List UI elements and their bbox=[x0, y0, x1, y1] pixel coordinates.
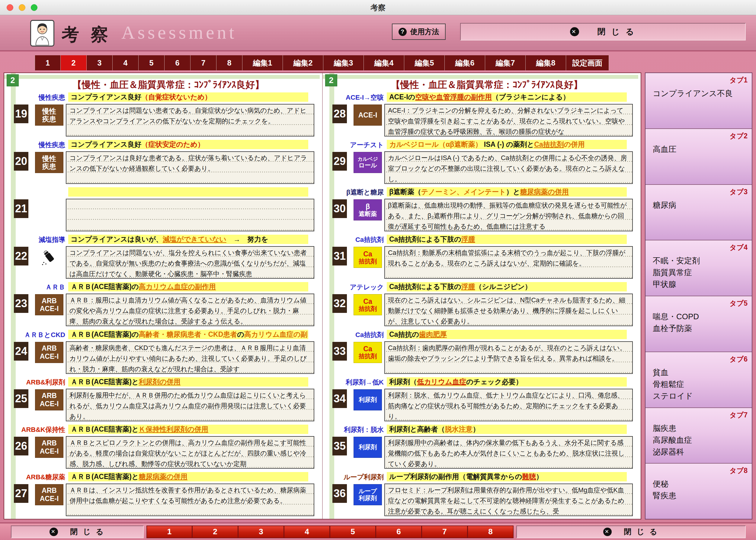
close-window-button[interactable] bbox=[7, 4, 13, 11]
sidebar-tab-label: 高血圧 bbox=[653, 143, 748, 155]
sidebar-tab-タブ4[interactable]: タブ4不眠・安定剤脂質異常症甲状腺 bbox=[645, 240, 752, 296]
tab-6[interactable]: 6 bbox=[164, 55, 190, 70]
footer-close-button-right[interactable]: ✕ 閉 じ る bbox=[516, 525, 746, 538]
row-title-field[interactable]: ＡＲＢ(ACE阻害薬)と糖尿病薬の併用 bbox=[68, 472, 308, 481]
row-number-button[interactable]: 30 bbox=[332, 199, 347, 218]
row-note-field[interactable]: コンプライアンスは問題ない患者である。自覚症状が少ない病気のため、アドヒアランス… bbox=[66, 104, 314, 137]
row-note-field[interactable]: 高齢者・糖尿病患者、CKDでも進んだステージの患者は、ＡＲＢ服用により血清カリウ… bbox=[66, 341, 314, 374]
row-title-field[interactable]: カルベジロール（αβ遮断薬） ISA (-) の薬剤とCa拮抗剤の併用 bbox=[387, 140, 627, 149]
footer-page-5[interactable]: 5 bbox=[330, 525, 376, 538]
sidebar-tab-label: 不眠・安定剤脂質異常症甲状腺 bbox=[653, 255, 748, 290]
row-number-button[interactable]: 24 bbox=[14, 342, 28, 360]
row-note-field[interactable]: Ca拮抗剤：歯肉肥厚の副作用が現れることがあるが、現在のところ訴えはない。歯垢の… bbox=[384, 341, 633, 374]
sidebar-tab-タブ7[interactable]: タブ7脳疾患高尿酸血症泌尿器科 bbox=[645, 408, 752, 464]
row-title-field[interactable]: ループ利尿剤の副作用（電解質異常からの難聴） bbox=[387, 472, 627, 481]
footer-page-2[interactable]: 2 bbox=[192, 525, 238, 538]
tab-2[interactable]: 2 bbox=[61, 55, 87, 70]
row-note-field[interactable]: ＡＲＢは、インスリン抵抗性を改善する作用があるとされているため、糖尿病薬併用中は… bbox=[66, 483, 314, 516]
tab-1[interactable]: 1 bbox=[35, 55, 61, 70]
row-note-field[interactable]: 現在のところ訴えはない。シルニジピンは、N型Caチャネルも阻害するため、細動脈だ… bbox=[384, 294, 633, 326]
tab-7[interactable]: 7 bbox=[190, 55, 216, 70]
tab-編集2[interactable]: 編集2 bbox=[283, 55, 323, 70]
row-number-button[interactable]: 23 bbox=[14, 294, 28, 313]
row-title-field[interactable]: 利尿剤と高齢者（脱水注意） bbox=[387, 425, 627, 434]
tab-編集8[interactable]: 編集8 bbox=[526, 55, 566, 70]
tab-5[interactable]: 5 bbox=[139, 55, 164, 70]
row-number-button[interactable]: 27 bbox=[14, 484, 28, 503]
footer-page-3[interactable]: 3 bbox=[238, 525, 284, 538]
row-title-field[interactable]: β遮断薬（テノーミン、メインテート）と糖尿病薬の併用 bbox=[387, 187, 627, 197]
row-number-button[interactable]: 32 bbox=[332, 294, 347, 313]
row-number-button[interactable]: 20 bbox=[14, 152, 28, 171]
sidebar-tab-タブ1[interactable]: タブ1コンプライアンス不良 bbox=[645, 73, 752, 129]
row-note-field[interactable]: Ca拮抗剤：動脈系の末梢血管拡張による末梢でのうっ血が起こり、下肢の浮腫が現れる… bbox=[384, 246, 633, 279]
row-number-button[interactable]: 22 bbox=[14, 247, 28, 265]
assessment-row: Ca拮抗剤Ca拮抗の歯肉肥厚33Ca拮抗剤Ca拮抗剤：歯肉肥厚の副作用が現れるこ… bbox=[323, 329, 641, 377]
row-note-field[interactable]: ACE-I：ブラジキニンの分解を抑えるため、分解されないブラジキニンによって空咳… bbox=[384, 104, 633, 137]
row-title-field[interactable]: Ca拮抗剤による下肢の浮腫（シルニジピン） bbox=[387, 282, 627, 291]
help-button[interactable]: ? 使用方法 bbox=[392, 24, 446, 40]
sidebar-tab-タブ8[interactable]: タブ8便秘腎疾患 bbox=[645, 464, 752, 519]
row-title-field[interactable]: ＡＲＢ(ACE阻害薬)とＫ保持性利尿剤の併用 bbox=[68, 425, 308, 434]
sidebar-tab-number: タブ7 bbox=[729, 410, 748, 420]
row-title-field[interactable]: ＡＲＢ(ACE阻害薬)の高カリウム血症の副作用 bbox=[68, 282, 308, 291]
footer-page-1[interactable]: 1 bbox=[147, 525, 192, 538]
row-note-field[interactable]: 利尿剤：脱水、低カリウム血症、低ナトリウム血症などにより、口渇、倦怠感、筋肉痛な… bbox=[384, 389, 633, 421]
row-number-button[interactable]: 33 bbox=[332, 342, 347, 360]
row-number-button[interactable]: 19 bbox=[14, 104, 28, 123]
footer-page-7[interactable]: 7 bbox=[422, 525, 468, 538]
row-note-field[interactable] bbox=[66, 199, 314, 231]
footer-page-4[interactable]: 4 bbox=[284, 525, 330, 538]
footer-page-8[interactable]: 8 bbox=[468, 525, 513, 538]
sidebar-tab-label: 脳疾患高尿酸血症泌尿器科 bbox=[653, 423, 748, 458]
row-title-field[interactable]: コンプライアンスは良いが、減塩ができていない → 努力を bbox=[68, 235, 308, 244]
row-note-field[interactable]: 利尿剤服用中の高齢者は、体内の保水量の低下もあるうえ、水分不足に関する感覚機能の… bbox=[384, 436, 633, 469]
tab-編集3[interactable]: 編集3 bbox=[323, 55, 364, 70]
row-title-field[interactable]: コンプライアンス良好（症状安定のため） bbox=[68, 140, 308, 149]
tab-3[interactable]: 3 bbox=[87, 55, 113, 70]
footer-page-6[interactable]: 6 bbox=[376, 525, 422, 538]
tab-設定画面[interactable]: 設定画面 bbox=[566, 55, 609, 70]
row-number-button[interactable]: 26 bbox=[14, 437, 28, 456]
sidebar-tab-タブ6[interactable]: タブ6貧血骨粗鬆症ステロイド bbox=[645, 352, 752, 408]
row-note-field[interactable]: コンプライアンスは良好な患者である。症状が落ち着いているため、アドヒアランスの低… bbox=[66, 151, 314, 184]
tab-編集4[interactable]: 編集4 bbox=[364, 55, 404, 70]
zoom-window-button[interactable] bbox=[31, 4, 38, 11]
row-title-field[interactable]: Ca拮抗の歯肉肥厚 bbox=[387, 330, 627, 339]
sidebar-tab-タブ2[interactable]: タブ2高血圧 bbox=[645, 129, 752, 185]
row-title-field[interactable]: ＡＲＢ(ACE阻害薬)の高齢者・糖尿病患者・CKD患者の高カリウム血症の副 bbox=[68, 330, 308, 339]
row-note-field[interactable]: 利尿剤を服用中だが、ＡＲＢ併用のため低カリウム血症は起こりにくいと考えられるが、… bbox=[66, 389, 314, 421]
row-title-field[interactable] bbox=[68, 187, 308, 197]
minimize-window-button[interactable] bbox=[19, 4, 25, 11]
assessment-row: ARB&糖尿薬ＡＲＢ(ACE阻害薬)と糖尿病薬の併用27ARBACE-IＡＲＢは… bbox=[4, 472, 322, 519]
row-number-button[interactable]: 25 bbox=[14, 389, 28, 408]
row-title-field[interactable]: 利尿剤（低カリウム血症のチェック必要） bbox=[387, 377, 627, 387]
row-title-field[interactable]: ACE-Iの空咳や血管浮腫の副作用（ブラジキニンによる） bbox=[387, 92, 627, 102]
row-title-field[interactable]: ＡＲＢ(ACE阻害薬)と利尿剤の併用 bbox=[68, 377, 308, 387]
sidebar-tab-タブ3[interactable]: タブ3糖尿病 bbox=[645, 185, 752, 241]
row-note-field[interactable]: ＡＲＢとスピロノラクトンとの併用は、高カリウム血症の副作用を起こす可能性がある。… bbox=[66, 436, 314, 469]
row-title-field[interactable]: コンプライアンス良好（自覚症状ないため） bbox=[68, 92, 308, 102]
row-number-button[interactable]: 31 bbox=[332, 247, 347, 265]
header-close-button[interactable]: ✕ 閉 じ る bbox=[460, 23, 746, 41]
row-note-field[interactable]: ＡＲＢ：服用により血清カリウム値が高くなることがあるため、血清カリウム値の変化や… bbox=[66, 294, 314, 326]
row-number-button[interactable]: 34 bbox=[332, 389, 347, 408]
tab-編集7[interactable]: 編集7 bbox=[485, 55, 526, 70]
row-note-field[interactable]: フロセミド：ループ利尿剤は用量依存的な副作用が出やすい。低Mg血症や低K血症など… bbox=[384, 483, 633, 516]
row-number-button[interactable]: 21 bbox=[14, 199, 28, 218]
row-number-button[interactable]: 35 bbox=[332, 437, 347, 456]
row-note-field[interactable]: カルベジロールはISA (-) であるため、Ca拮抗剤との併用による心不全の誘発… bbox=[384, 151, 633, 184]
footer-close-button-left[interactable]: ✕ 閉 じ る bbox=[11, 525, 144, 538]
tab-8[interactable]: 8 bbox=[216, 55, 243, 70]
row-note-field[interactable]: コンプライアンスは問題ないが、塩分を控えられにくい食事が出来ていない患者である。… bbox=[66, 246, 314, 279]
tab-4[interactable]: 4 bbox=[113, 55, 139, 70]
tab-編集5[interactable]: 編集5 bbox=[404, 55, 445, 70]
row-title-field[interactable]: Ca拮抗剤による下肢の浮腫 bbox=[387, 235, 627, 244]
row-number-button[interactable]: 28 bbox=[332, 104, 347, 123]
tab-編集1[interactable]: 編集1 bbox=[243, 55, 283, 70]
row-note-field[interactable]: β遮断薬は、低血糖出現時の動悸、振戦等の低血糖症状の発見を遅らせる可能性がある。… bbox=[384, 199, 633, 231]
sidebar-tab-タブ5[interactable]: タブ5喘息・COPD血栓予防薬 bbox=[645, 296, 752, 352]
row-number-button[interactable]: 36 bbox=[332, 484, 347, 503]
row-number-button[interactable]: 29 bbox=[332, 152, 347, 171]
tab-編集6[interactable]: 編集6 bbox=[445, 55, 485, 70]
